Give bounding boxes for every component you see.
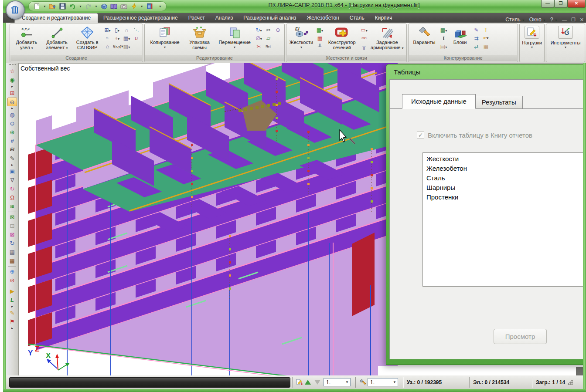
node-select-icon[interactable]: ◉ — [7, 76, 17, 84]
cc-link-icon[interactable]: CC — [360, 35, 368, 42]
mdi-close-icon[interactable]: ✕ — [580, 17, 584, 23]
close-button[interactable]: ✕ — [567, 0, 586, 8]
frame-generator-icon[interactable]: ⊞▾ — [103, 27, 112, 34]
variants-button[interactable]: Варианты — [410, 25, 439, 55]
measure-icon[interactable]: L — [7, 296, 17, 304]
new-document-icon[interactable] — [33, 3, 41, 10]
save-icon[interactable] — [59, 3, 66, 10]
set-reinforcement-button[interactable]: Заданное армирование ▾ — [369, 25, 405, 55]
move-button[interactable]: Перемещение ▾ — [215, 25, 254, 55]
grid-mesh-icon[interactable]: ▦▾ — [123, 35, 131, 42]
stiffness-display-icon[interactable]: EI — [7, 145, 17, 154]
create-in-sapfir-button[interactable]: Создать в САПФИР — [72, 25, 102, 55]
support-arrows-icon[interactable]: ╥ — [360, 43, 368, 51]
add-node-button[interactable]: X,Y,Z Добавить узел ▾ — [11, 25, 42, 55]
resize-grip[interactable] — [568, 380, 573, 385]
ip-section-icon[interactable]: IP▾ — [482, 35, 490, 42]
merge-icon[interactable]: ⇄ — [472, 43, 480, 51]
tab-analysis[interactable]: Анализ — [210, 14, 238, 23]
tab-creation-editing[interactable]: Создание и редактирование — [14, 13, 98, 23]
arc-generator-icon[interactable]: ∪ — [132, 35, 140, 42]
tables-listbox[interactable]: Жесткости Железобетон Сталь Шарниры Прос… — [422, 152, 586, 287]
camera-icon[interactable] — [120, 3, 128, 10]
zoom-cancel-icon[interactable]: ⊘ — [7, 276, 17, 285]
undo-icon[interactable] — [69, 3, 76, 10]
node-mesh-icon[interactable]: ⋱ — [132, 27, 140, 34]
add-element-button[interactable]: Добавить элемент ▾ — [42, 25, 72, 55]
mdi-restore-icon[interactable]: ❐ — [571, 17, 576, 23]
fragment-horizontal-icon[interactable]: ⊜ — [7, 119, 17, 128]
pen-add-icon[interactable]: ✎ — [472, 27, 480, 34]
brush-icon[interactable]: ≋ — [7, 202, 17, 211]
scissors-icon[interactable]: ✂ — [264, 27, 273, 34]
hatch-mesh-icon[interactable]: ▨▾ — [123, 43, 131, 51]
local-axes-icon[interactable]: +▾ — [113, 35, 121, 42]
filter-icon[interactable]: ∇ — [7, 176, 17, 185]
flyout-arrow-icon[interactable]: ▸ — [7, 84, 17, 89]
flyout-arrow-icon[interactable]: ▸ — [7, 304, 17, 309]
new-document-caret[interactable]: ▼ — [43, 5, 46, 8]
magnet-select-icon[interactable]: Ω — [7, 193, 17, 202]
window-menu[interactable]: Окно ▼ — [529, 17, 546, 23]
frame-scheme-icon[interactable]: ▦ — [7, 257, 17, 265]
mdi-minimize-icon[interactable]: — — [562, 17, 567, 22]
truss-generator-icon[interactable]: ≈ — [103, 35, 112, 42]
stiffness-button[interactable]: EI Жесткости ▾ — [288, 25, 315, 55]
flyout-arrow-icon[interactable]: ▸ — [7, 106, 17, 111]
flashlight-icon[interactable]: ▶ — [7, 287, 17, 296]
mesh-select-icon[interactable]: ⊞ — [7, 89, 17, 98]
grid-view-icon[interactable]: # — [7, 137, 17, 145]
renumber-icon[interactable]: №↓ — [264, 43, 273, 51]
variant-select[interactable]: 1.▼ — [368, 378, 398, 386]
frame-invert-icon[interactable]: ⊠ — [7, 230, 17, 239]
dialog-tab-results[interactable]: Результаты — [476, 96, 523, 109]
loadcase-select[interactable]: 1.▼ — [324, 378, 351, 386]
multi-arrows-icon[interactable]: ⇉ — [472, 35, 480, 42]
distributed-red-icon[interactable]: ▦ — [316, 35, 324, 42]
list-item[interactable]: Сталь — [426, 173, 586, 183]
frame-select-icon[interactable]: ⊠ — [7, 213, 17, 222]
open-file-icon[interactable] — [49, 3, 56, 10]
minimize-button[interactable]: — — [541, 0, 554, 8]
tools-button[interactable]: G Инструменты ▾ — [548, 25, 583, 49]
support-icon[interactable]: ╨ — [316, 43, 324, 51]
preview-button[interactable]: Просмотр — [494, 329, 547, 344]
include-in-report-checkbox[interactable]: ✓ — [417, 132, 424, 139]
tab-advanced-analysis[interactable]: Расширенный анализ — [238, 14, 301, 23]
toolbar-expand-icon[interactable]: ▸ — [7, 326, 17, 331]
pack-scheme-button[interactable]: Упаковка схемы — [184, 25, 215, 55]
erase-element-icon[interactable]: ∅▾ — [255, 35, 263, 42]
table-cost-icon[interactable]: ▦ — [482, 43, 490, 51]
tab-calculation[interactable]: Расчет — [183, 14, 210, 23]
dialog-tab-input-data[interactable]: Исходные данные — [402, 94, 476, 109]
list-item[interactable]: Простенки — [426, 193, 586, 202]
distributed-green-icon[interactable]: ▦▾ — [316, 27, 324, 34]
list-item[interactable]: Жесткости — [426, 154, 586, 164]
section-constructor-button[interactable]: Конструктор сечений — [325, 25, 359, 55]
maximize-button[interactable]: ❐ — [554, 0, 567, 8]
dialog-title[interactable]: Таблицы — [389, 64, 586, 79]
toolbar-grip[interactable] — [9, 64, 16, 66]
surface-generator-icon[interactable]: ∩ — [123, 27, 131, 34]
application-menu-button[interactable] — [6, 0, 25, 20]
building-frame-icon[interactable]: ⌂ — [103, 43, 112, 51]
resize-image-icon[interactable]: ▱ — [264, 35, 273, 42]
frame-dim-icon[interactable]: ⊡ — [7, 222, 17, 230]
list-item[interactable]: Железобетон — [426, 164, 586, 173]
brick-wall-icon[interactable]: ▤▾ — [440, 43, 448, 51]
frame-rotate-icon[interactable]: ↻ — [7, 239, 17, 248]
tab-steel[interactable]: Сталь — [344, 14, 370, 23]
center-view-icon[interactable]: ⊕ — [7, 128, 17, 137]
select-zoom-icon[interactable]: ⊙ — [274, 27, 282, 34]
prev-loadcase-button[interactable] — [314, 380, 320, 385]
tab-reinforced-concrete[interactable]: Железобетон — [301, 14, 344, 23]
steel-beam-icon[interactable]: I — [440, 35, 448, 42]
redo-icon[interactable] — [85, 3, 92, 10]
lightning-icon[interactable] — [130, 3, 138, 10]
fragment-vertical-icon[interactable]: ◍ — [7, 111, 17, 119]
flag-mark-icon[interactable]: ⚑ — [7, 318, 17, 326]
flyout-arrow-icon[interactable]: ▸ — [7, 163, 17, 167]
blocks-button[interactable]: Блоки — [449, 25, 471, 55]
tab-advanced-editing[interactable]: Расширенное редактирование — [98, 14, 183, 23]
help-menu[interactable]: ? ▼ — [550, 17, 558, 23]
